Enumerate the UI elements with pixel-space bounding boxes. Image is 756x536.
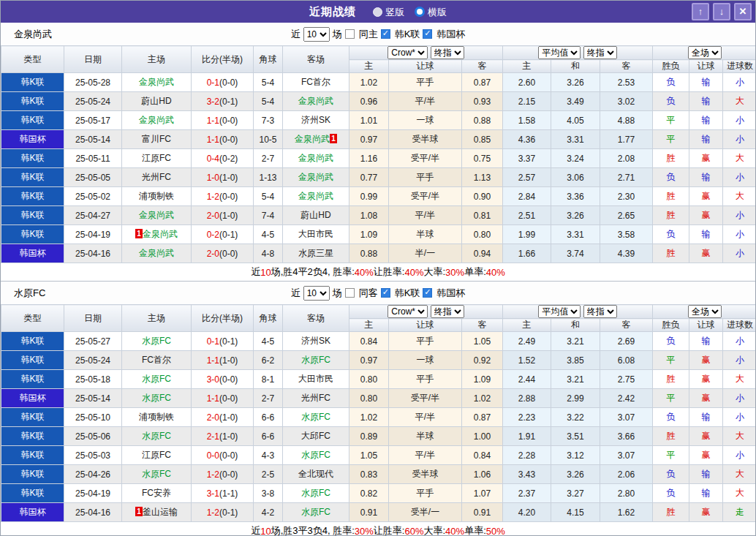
team-name[interactable]: 金泉尚武 — [298, 191, 333, 201]
team-name[interactable]: 全北现代 — [298, 469, 333, 479]
team-name[interactable]: 蔚山HD — [300, 210, 330, 220]
team-name[interactable]: 光州FC — [142, 172, 171, 182]
team-home-cell[interactable]: 水原FC — [122, 465, 192, 484]
league-cup-checkbox[interactable] — [423, 288, 432, 298]
team-away-cell[interactable]: FC首尔 — [283, 73, 349, 92]
league-cup-checkbox[interactable] — [423, 29, 432, 39]
team-name[interactable]: 大田市民 — [298, 374, 333, 384]
team-name[interactable]: 金泉尚武 — [298, 96, 333, 106]
team-name[interactable]: 浦项制铁 — [139, 191, 174, 201]
team-home-cell[interactable]: 浦项制铁 — [122, 408, 192, 427]
team-away-cell[interactable]: 水原FC — [283, 408, 349, 427]
move-up-button[interactable]: ↑ — [692, 3, 709, 20]
team-home-cell[interactable]: 水原FC — [122, 427, 192, 446]
team-home-cell[interactable]: 金泉尚武 — [122, 206, 192, 225]
team-away-cell[interactable]: 大田市民 — [283, 225, 349, 244]
period-select[interactable]: 全场 — [688, 46, 722, 59]
team-away-cell[interactable]: 金泉尚武 — [283, 149, 349, 168]
team-home-cell[interactable]: 金泉尚武 — [122, 111, 192, 130]
average-time-select[interactable]: 终指 — [583, 305, 617, 318]
team-away-cell[interactable]: 全北现代 — [283, 465, 349, 484]
team-home-cell[interactable]: 1釜山运输 — [122, 503, 192, 522]
team-away-cell[interactable]: 水原FC — [283, 484, 349, 503]
team-name[interactable]: 水原FC — [142, 374, 171, 384]
team-name[interactable]: 济州SK — [301, 115, 330, 125]
team-name[interactable]: FC安养 — [142, 488, 171, 498]
team-home-cell[interactable]: FC首尔 — [122, 351, 192, 370]
team-name[interactable]: 浦项制铁 — [139, 412, 174, 422]
team-name[interactable]: 金泉尚武 — [295, 134, 330, 144]
team-away-cell[interactable]: 济州SK — [283, 111, 349, 130]
team-away-cell[interactable]: 蔚山HD — [283, 206, 349, 225]
team-name[interactable]: 水原FC — [301, 507, 330, 517]
team-away-cell[interactable]: 济州SK — [283, 332, 349, 351]
team-home-cell[interactable]: 浦项制铁 — [122, 187, 192, 206]
team-home-cell[interactable]: 金泉尚武 — [122, 73, 192, 92]
bookmaker-select[interactable]: Crow* — [388, 46, 428, 59]
team-name[interactable]: 水原FC — [301, 450, 330, 460]
team-away-cell[interactable]: 大邱FC — [283, 427, 349, 446]
radio-vertical-layout[interactable] — [373, 7, 382, 17]
team-name[interactable]: FC首尔 — [142, 355, 171, 365]
team-name[interactable]: 济州SK — [301, 336, 330, 346]
team-name[interactable]: 金泉尚武 — [139, 210, 174, 220]
team-name[interactable]: 水原FC — [301, 355, 330, 365]
team-away-cell[interactable]: 光州FC — [283, 389, 349, 408]
team-home-cell[interactable]: 水原FC — [122, 389, 192, 408]
team-away-cell[interactable]: 水原FC — [283, 503, 349, 522]
average-time-select[interactable]: 终指 — [583, 46, 617, 59]
team-name[interactable]: 金泉尚武 — [298, 172, 333, 182]
team-name[interactable]: 蔚山HD — [141, 96, 171, 106]
odds-time-select[interactable]: 终指 — [431, 305, 464, 318]
team-away-cell[interactable]: 金泉尚武 — [283, 92, 349, 111]
team-name[interactable]: 金泉尚武 — [139, 248, 174, 258]
team-name[interactable]: 水原三星 — [298, 248, 333, 258]
bookmaker-select[interactable]: Crow* — [388, 305, 428, 318]
team-name[interactable]: 金泉尚武 — [143, 229, 178, 239]
team-name[interactable]: 水原FC — [142, 336, 171, 346]
team-home-cell[interactable]: 金泉尚武 — [122, 244, 192, 263]
team-name[interactable]: FC首尔 — [301, 77, 330, 87]
team-home-cell[interactable]: 江原FC — [122, 446, 192, 465]
team-home-cell[interactable]: 水原FC — [122, 332, 192, 351]
team-home-cell[interactable]: FC安养 — [122, 484, 192, 503]
match-count-select[interactable]: 10 — [303, 27, 330, 42]
team-name[interactable]: 水原FC — [142, 431, 171, 441]
move-down-button[interactable]: ↓ — [713, 3, 730, 20]
team-name[interactable]: 金泉尚武 — [139, 77, 174, 87]
same-venue-checkbox[interactable] — [345, 288, 355, 298]
odds-time-select[interactable]: 终指 — [431, 46, 464, 59]
period-select[interactable]: 全场 — [688, 305, 722, 318]
team-name[interactable]: 水原FC — [142, 393, 171, 403]
average-select[interactable]: 平均值 — [538, 305, 581, 318]
team-name[interactable]: 大田市民 — [298, 229, 333, 239]
team-name[interactable]: 水原FC — [301, 412, 330, 422]
team-name[interactable]: 金泉尚武 — [298, 153, 333, 163]
close-button[interactable]: ✕ — [734, 3, 752, 20]
team-away-cell[interactable]: 金泉尚武 — [283, 168, 349, 187]
team-away-cell[interactable]: 金泉尚武1 — [283, 130, 349, 149]
team-name[interactable]: 江原FC — [142, 450, 171, 460]
team-away-cell[interactable]: 大田市民 — [283, 370, 349, 389]
team-name[interactable]: 光州FC — [301, 393, 330, 403]
team-name[interactable]: 江原FC — [142, 153, 171, 163]
team-away-cell[interactable]: 金泉尚武 — [283, 187, 349, 206]
team-home-cell[interactable]: 富川FC — [122, 130, 192, 149]
radio-horizontal-layout[interactable] — [415, 7, 425, 17]
team-name[interactable]: 富川FC — [142, 134, 171, 144]
league-k-checkbox[interactable] — [381, 29, 390, 39]
same-venue-checkbox[interactable] — [345, 29, 355, 39]
team-name[interactable]: 水原FC — [301, 488, 330, 498]
match-count-select[interactable]: 10 — [303, 286, 330, 301]
team-home-cell[interactable]: 江原FC — [122, 149, 192, 168]
team-away-cell[interactable]: 水原FC — [283, 351, 349, 370]
team-home-cell[interactable]: 水原FC — [122, 370, 192, 389]
team-name[interactable]: 大邱FC — [301, 431, 330, 441]
average-select[interactable]: 平均值 — [538, 46, 581, 59]
team-name[interactable]: 水原FC — [142, 469, 171, 479]
team-home-cell[interactable]: 1金泉尚武 — [122, 225, 192, 244]
league-k-checkbox[interactable] — [381, 288, 390, 298]
team-away-cell[interactable]: 水原FC — [283, 446, 349, 465]
team-name[interactable]: 釜山运输 — [143, 507, 178, 517]
team-away-cell[interactable]: 水原三星 — [283, 244, 349, 263]
